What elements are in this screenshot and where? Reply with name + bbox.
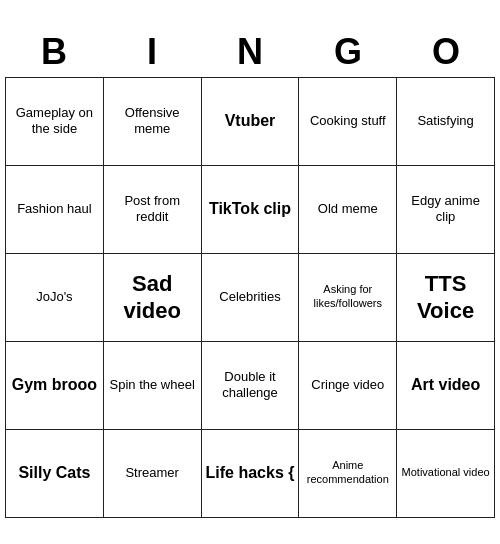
header-o: O xyxy=(397,27,495,77)
bingo-cell[interactable]: Life hacks { xyxy=(202,430,300,518)
header-g: G xyxy=(299,27,397,77)
bingo-cell[interactable]: Double it challenge xyxy=(202,342,300,430)
bingo-cell[interactable]: Gym brooo xyxy=(6,342,104,430)
bingo-cell[interactable]: Gameplay on the side xyxy=(6,78,104,166)
bingo-grid: Gameplay on the sideOffensive memeVtuber… xyxy=(5,77,495,518)
bingo-cell[interactable]: Fashion haul xyxy=(6,166,104,254)
bingo-cell[interactable]: Art video xyxy=(397,342,495,430)
bingo-cell[interactable]: Motivational video xyxy=(397,430,495,518)
bingo-cell[interactable]: Streamer xyxy=(104,430,202,518)
bingo-cell[interactable]: TikTok clip xyxy=(202,166,300,254)
header-i: I xyxy=(103,27,201,77)
bingo-cell[interactable]: Old meme xyxy=(299,166,397,254)
bingo-cell[interactable]: TTS Voice xyxy=(397,254,495,342)
bingo-cell[interactable]: Vtuber xyxy=(202,78,300,166)
bingo-cell[interactable]: Satisfying xyxy=(397,78,495,166)
bingo-cell[interactable]: Celebrities xyxy=(202,254,300,342)
bingo-cell[interactable]: Cooking stuff xyxy=(299,78,397,166)
bingo-cell[interactable]: Sad video xyxy=(104,254,202,342)
bingo-cell[interactable]: JoJo's xyxy=(6,254,104,342)
bingo-cell[interactable]: Cringe video xyxy=(299,342,397,430)
bingo-card: B I N G O Gameplay on the sideOffensive … xyxy=(5,27,495,518)
bingo-header: B I N G O xyxy=(5,27,495,77)
bingo-cell[interactable]: Anime recommendation xyxy=(299,430,397,518)
bingo-cell[interactable]: Edgy anime clip xyxy=(397,166,495,254)
bingo-cell[interactable]: Asking for likes/followers xyxy=(299,254,397,342)
header-n: N xyxy=(201,27,299,77)
bingo-cell[interactable]: Post from reddit xyxy=(104,166,202,254)
header-b: B xyxy=(5,27,103,77)
bingo-cell[interactable]: Offensive meme xyxy=(104,78,202,166)
bingo-cell[interactable]: Spin the wheel xyxy=(104,342,202,430)
bingo-cell[interactable]: Silly Cats xyxy=(6,430,104,518)
